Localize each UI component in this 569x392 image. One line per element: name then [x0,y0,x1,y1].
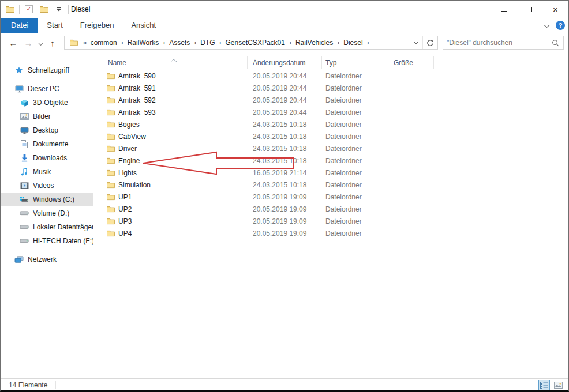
column-header-type[interactable]: Typ [322,56,388,69]
separator [55,381,56,389]
computer-icon [14,84,24,93]
network-icon [14,255,24,264]
close-button[interactable]: × [542,1,568,18]
separator [19,5,20,14]
thumbnail-view-icon[interactable] [552,380,564,390]
folder-icon [69,38,79,47]
search-input[interactable] [443,39,547,47]
navigation-pane: Schnellzugriff Dieser PC 3D-Objekte Bild [1,52,93,378]
column-header-row: Name Änderungsdatum Typ Größe [93,55,568,70]
explorer-window: ✓ Diesel × Datei Start Freigeben Ansicht… [0,0,569,392]
up-button[interactable]: ↑ [46,38,59,48]
breadcrumb-overflow[interactable]: « [80,39,88,47]
drive-icon [20,236,29,246]
sidebar-item-videos[interactable]: Videos [1,179,93,193]
window-controls: × [491,1,568,18]
refresh-icon[interactable] [422,36,437,49]
breadcrumb-separator[interactable]: › [192,39,198,47]
file-row-amtrak-593[interactable]: Amtrak_593 20.05.2019 20:44 Dateiordner [93,106,568,118]
sidebar-item-hi-tech-daten-f[interactable]: HI-TECH Daten (F:) [1,234,93,248]
drive-icon [20,209,29,218]
tab-start[interactable]: Start [38,18,71,33]
file-row-cabview[interactable]: CabView 24.03.2015 10:18 Dateiordner [93,130,568,142]
folder-icon [107,121,115,128]
folder-icon [107,73,115,80]
breadcrumb-item[interactable]: GensetCSXPack01 [223,39,287,47]
folder-icon [107,133,115,140]
tab-datei[interactable]: Datei [1,18,38,33]
folder-icon [107,145,115,152]
file-row-simulation[interactable]: Simulation 24.03.2015 10:18 Dateiordner [93,179,568,191]
breadcrumb-separator[interactable]: › [119,39,125,47]
file-row-engine[interactable]: Engine 24.03.2015 10:18 Dateiordner [93,154,568,167]
column-header-size[interactable]: Größe [388,56,434,69]
sidebar-item-downloads[interactable]: Downloads [1,151,93,165]
sidebar-item-3d-objekte[interactable]: 3D-Objekte [1,96,93,110]
sidebar-item-musik[interactable]: Musik [1,165,93,179]
sidebar-item-bilder[interactable]: Bilder [1,110,93,123]
customize-toolbar-dropdown-icon[interactable] [53,3,65,16]
breadcrumb-item[interactable]: DTG [198,39,217,47]
drive-icon [20,223,29,232]
file-row-up4[interactable]: UP4 20.05.2019 19:09 Dateiordner [93,227,568,239]
breadcrumb-item[interactable]: common [88,39,119,47]
tab-ansicht[interactable]: Ansicht [122,18,164,33]
windows-drive-icon [20,195,29,204]
sidebar-item-desktop[interactable]: Desktop [1,123,93,137]
sidebar-item-windows-c[interactable]: Windows (C:) [1,193,93,206]
sidebar-item-volume-d[interactable]: Volume (D:) [1,206,93,220]
sidebar-item-dokumente[interactable]: Dokumente [1,137,93,151]
sidebar-item-schnellzugriff[interactable]: Schnellzugriff [1,63,93,77]
file-row-amtrak-590[interactable]: Amtrak_590 20.05.2019 20:44 Dateiordner [93,70,568,82]
folder-icon [107,206,115,213]
sidebar-item-netzwerk[interactable]: Netzwerk [1,252,93,266]
search-icon[interactable] [547,39,563,47]
breadcrumb-separator[interactable]: › [218,39,223,47]
back-button[interactable]: ← [6,38,20,48]
breadcrumb-item[interactable]: RailVehicles [293,39,335,47]
file-row-driver[interactable]: Driver 24.03.2015 10:18 Dateiordner [93,142,568,154]
file-list-pane: Name Änderungsdatum Typ Größe Amtrak_590… [93,52,568,378]
view-toggles [538,380,564,390]
file-row-up3[interactable]: UP3 20.05.2019 19:09 Dateiordner [93,215,568,227]
address-bar[interactable]: « common› RailWorks› Assets› DTG› Genset… [64,36,438,50]
address-dropdown-icon[interactable] [410,36,422,49]
status-bar: 14 Elemente [1,378,568,391]
search-box [443,36,564,50]
maximize-button[interactable] [516,1,542,18]
sidebar-item-lokaler-datentraeger[interactable]: Lokaler Datenträger [1,220,93,234]
breadcrumb-item[interactable]: RailWorks [125,39,161,47]
sidebar-item-dieser-pc[interactable]: Dieser PC [1,82,93,96]
breadcrumb-item[interactable]: Diesel [341,39,365,47]
breadcrumb-separator[interactable]: › [161,39,167,47]
minimize-button[interactable] [491,1,516,18]
help-icon[interactable]: ? [556,21,565,30]
column-header-date[interactable]: Änderungsdatum [248,56,322,69]
collapse-ribbon-icon[interactable] [544,20,550,31]
folder-icon[interactable] [4,3,16,16]
breadcrumb-separator[interactable]: › [335,39,341,47]
folder-icon [107,169,115,176]
separator [68,5,69,14]
documents-icon [20,140,29,149]
breadcrumb-separator[interactable]: › [287,39,293,47]
forward-button[interactable]: → [21,38,35,48]
tab-freigeben[interactable]: Freigeben [72,18,123,33]
folder-icon [107,182,115,189]
folder-icon[interactable] [38,3,50,16]
file-row-amtrak-591[interactable]: Amtrak_591 20.05.2019 20:44 Dateiordner [93,82,568,94]
file-row-up2[interactable]: UP2 20.05.2019 19:09 Dateiordner [93,203,568,215]
breadcrumb-item[interactable]: Assets [167,39,192,47]
history-dropdown-icon[interactable] [36,38,44,48]
breadcrumb-separator[interactable]: › [365,39,371,47]
ribbon-tab-bar: Datei Start Freigeben Ansicht ? [1,18,568,33]
file-row-lights[interactable]: Lights 16.05.2019 21:14 Dateiordner [93,167,568,179]
quick-access-star-icon [14,66,24,75]
navigation-bar: ← → ↑ « common› RailWorks› Assets› DTG› … [1,33,568,52]
title-bar: ✓ Diesel × [1,1,568,18]
file-row-up1[interactable]: UP1 20.05.2019 19:09 Dateiordner [93,191,568,203]
file-row-bogies[interactable]: Bogies 24.03.2015 10:18 Dateiordner [93,118,568,130]
details-view-icon[interactable] [538,380,550,390]
properties-check-icon[interactable]: ✓ [23,3,35,16]
file-row-amtrak-592[interactable]: Amtrak_592 20.05.2019 20:44 Dateiordner [93,94,568,106]
